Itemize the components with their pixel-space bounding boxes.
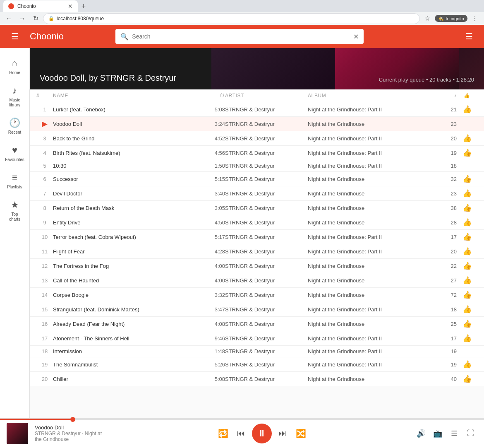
track-row[interactable]: 15 Strangulator (feat. Dominick Martes) … (30, 302, 484, 317)
track-like-button[interactable]: 👍 (457, 360, 477, 369)
main-layout: ⌂ Home ♪ Music library 🕐 Recent ♥ Favour… (0, 48, 484, 418)
track-like-button[interactable]: 👍 (457, 276, 477, 285)
col-like: 👍 (457, 93, 477, 99)
track-row[interactable]: 17 Atonement - The Sinners of Hell 9:46 … (30, 331, 484, 346)
track-plays: 22 (432, 263, 457, 269)
track-like-button[interactable]: 👍 (457, 334, 477, 343)
track-artist: STRNGR & Destryur (225, 292, 308, 298)
track-like-button[interactable]: 👍 (457, 374, 477, 383)
track-row[interactable]: 20 Chiller 5:08 STRNGR & Destryur Night … (30, 372, 484, 386)
track-row[interactable]: 1 Lurker (feat. Tonebox) 5:08 STRNGR & D… (30, 102, 484, 117)
sidebar-item-playlists[interactable]: ≡ Playlists (2, 169, 27, 193)
queue-title-info: Voodoo Doll, by STRNGR & Destryur (40, 73, 176, 83)
track-row[interactable]: 6 Successor 5:15 STRNGR & Destryur Night… (30, 172, 484, 186)
track-row[interactable]: 4 Birth Rites (feat. Natsukime) 4:56 STR… (30, 146, 484, 160)
sidebar-item-favourites[interactable]: ♥ Favourites (2, 142, 27, 166)
search-clear-button[interactable]: ✕ (353, 33, 359, 41)
track-like-button[interactable]: 👍 (457, 232, 477, 241)
track-row[interactable]: 7 Devil Doctor 3:40 STRNGR & Destryur Ni… (30, 186, 484, 201)
track-duration: 5:26 (200, 361, 225, 368)
track-like-button[interactable]: 👍 (457, 305, 477, 314)
track-like-button[interactable]: 👍 (457, 134, 477, 143)
browser-tab-active[interactable]: Choonio ✕ (3, 0, 78, 12)
track-row[interactable]: 12 The Fortress in the Fog 4:00 STRNGR &… (30, 259, 484, 273)
play-pause-button[interactable]: ⏸ (252, 424, 272, 443)
track-name: Already Dead (Fear the Night) (53, 321, 200, 327)
prev-button[interactable]: ⏮ (234, 426, 249, 441)
shuffle-button[interactable]: 🔀 (293, 426, 308, 441)
track-artist: STRNGR & Destryur (225, 361, 308, 368)
track-duration: 4:56 (200, 150, 225, 156)
track-name: Return of the Death Mask (53, 205, 200, 211)
track-number: 14 (36, 292, 53, 298)
tab-close-button[interactable]: ✕ (68, 3, 73, 9)
track-album: Night at the Grindhouse (308, 263, 432, 269)
track-row[interactable]: 14 Corpse Boogie 3:32 STRNGR & Destryur … (30, 288, 484, 302)
track-plays: 17 (432, 234, 457, 240)
repeat-button[interactable]: 🔁 (216, 426, 230, 441)
fullscreen-button[interactable]: ⛶ (464, 427, 477, 440)
track-duration: 4:50 (200, 219, 225, 226)
sidebar-label-playlists: Playlists (7, 185, 22, 190)
track-duration: 5:15 (200, 176, 225, 182)
track-row[interactable]: 5 10:30 1:50 STRNGR & Destryur Night at … (30, 160, 484, 172)
track-row[interactable]: 19 The Somnambulist 5:26 STRNGR & Destry… (30, 357, 484, 372)
track-number: 15 (36, 306, 53, 313)
volume-button[interactable]: 🔊 (415, 427, 428, 440)
nav-reload-button[interactable]: ↻ (30, 13, 41, 24)
address-bar[interactable]: 🔒 localhost:8080/queue (43, 13, 420, 24)
browser-menu-button[interactable]: ⋮ (469, 13, 481, 24)
track-artist: STRNGR & Destryur (225, 306, 308, 313)
track-album: Night at the Grindhouse: Part II (308, 163, 432, 169)
track-plays: 40 (432, 376, 457, 382)
sidebar-item-recent[interactable]: 🕐 Recent (2, 114, 27, 138)
track-row[interactable]: 3 Back to the Grind 4:52 STRNGR & Destry… (30, 131, 484, 146)
track-name: Strangulator (feat. Dominick Martes) (53, 306, 200, 313)
next-button[interactable]: ⏭ (275, 426, 290, 441)
track-name: Successor (53, 176, 200, 182)
track-plays: 20 (432, 135, 457, 142)
nav-back-button[interactable]: ← (3, 13, 15, 24)
sidebar-item-home[interactable]: ⌂ Home (2, 55, 27, 79)
track-row[interactable]: 18 Intermission 1:48 STRNGR & Destryur N… (30, 346, 484, 357)
track-like-button[interactable]: 👍 (457, 319, 477, 328)
track-like-button[interactable]: 👍 (457, 174, 477, 183)
bookmark-button[interactable]: ☆ (422, 13, 433, 24)
track-row[interactable]: 16 Already Dead (Fear the Night) 4:08 ST… (30, 317, 484, 331)
hamburger-menu-button[interactable]: ☰ (7, 28, 23, 45)
recent-icon: 🕐 (9, 118, 20, 128)
track-row[interactable]: 13 Call of the Haunted 4:00 STRNGR & Des… (30, 273, 484, 288)
track-duration: 5:08 (200, 106, 225, 113)
track-row[interactable]: 9 Entity Drive 4:50 STRNGR & Destryur Ni… (30, 215, 484, 230)
track-row[interactable]: 8 Return of the Death Mask 3:05 STRNGR &… (30, 201, 484, 215)
track-row[interactable]: 11 Flight of Fear 4:28 STRNGR & Destryur… (30, 244, 484, 259)
queue-list-button[interactable]: ☰ (448, 427, 461, 440)
track-artist: STRNGR & Destryur (225, 335, 308, 342)
incognito-badge[interactable]: 🕵 Incognito (435, 15, 467, 22)
track-like-button[interactable]: 👍 (457, 148, 477, 157)
sidebar-item-music-library[interactable]: ♪ Music library (2, 82, 27, 111)
new-tab-button[interactable]: + (78, 0, 89, 12)
track-like-button[interactable]: 👍 (457, 247, 477, 256)
cast-button[interactable]: 📺 (431, 427, 444, 440)
track-row[interactable]: ▶ Voodoo Doll 3:24 STRNGR & Destryur Nig… (30, 117, 484, 131)
sidebar-item-top-charts[interactable]: ★ Top charts (2, 196, 27, 225)
player-track-sub: STRNGR & Destryur · Night at the Grindho… (35, 431, 109, 442)
nav-forward-button[interactable]: → (17, 13, 28, 24)
track-like-button[interactable]: 👍 (457, 218, 477, 227)
search-bar[interactable]: 🔍 ✕ (115, 29, 364, 44)
track-like-button[interactable]: 👍 (457, 189, 477, 198)
track-plays: 18 (432, 163, 457, 169)
track-name: The Somnambulist (53, 361, 200, 368)
track-album: Night at the Grindhouse: Part II (308, 135, 432, 142)
search-icon: 🔍 (120, 33, 129, 41)
track-row[interactable]: 10 Terror beach (feat. Cobra Wipeout) 5:… (30, 230, 484, 244)
track-like-button[interactable]: 👍 (457, 290, 477, 299)
player-progress-bar[interactable] (0, 419, 484, 420)
track-like-button[interactable]: 👍 (457, 261, 477, 270)
search-input[interactable] (132, 33, 350, 40)
queue-icon-button[interactable]: ☰ (461, 28, 477, 45)
track-like-button[interactable]: 👍 (457, 203, 477, 212)
sidebar-label-favourites: Favourites (5, 157, 24, 162)
track-like-button[interactable]: 👍 (457, 105, 477, 114)
